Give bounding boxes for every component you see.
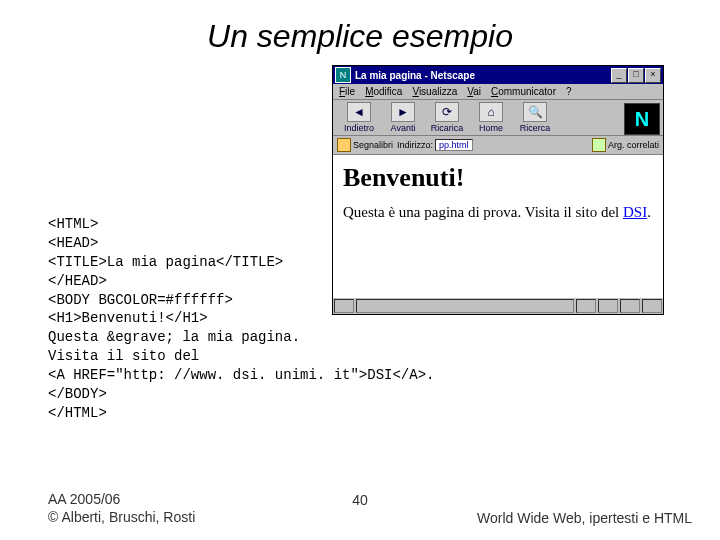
- bookmarks-button[interactable]: Segnalibri: [337, 138, 393, 152]
- search-icon: 🔍: [523, 102, 547, 122]
- menu-file[interactable]: File: [339, 86, 355, 97]
- page-heading: Benvenuti!: [343, 163, 653, 193]
- slide-title: Un semplice esempio: [0, 18, 720, 55]
- reload-button[interactable]: ⟳ Ricarica: [425, 102, 469, 133]
- back-arrow-icon: ◄: [347, 102, 371, 122]
- menu-edit[interactable]: Modifica: [365, 86, 402, 97]
- page-link-dsi[interactable]: DSI: [623, 204, 647, 220]
- menu-go[interactable]: Vai: [467, 86, 481, 97]
- status-cell: [642, 299, 662, 313]
- related-button[interactable]: Arg. correlati: [592, 138, 659, 152]
- page-number: 40: [0, 492, 720, 508]
- window-title: La mia pagina - Netscape: [355, 70, 611, 81]
- location-bar: Segnalibri Indirizzo: pp.html Arg. corre…: [333, 136, 663, 155]
- forward-arrow-icon: ►: [391, 102, 415, 122]
- html-source-code: <HTML> <HEAD> <TITLE>La mia pagina</TITL…: [48, 215, 434, 423]
- footer-topic: World Wide Web, ipertesti e HTML: [477, 510, 692, 526]
- status-cell: [620, 299, 640, 313]
- menu-communicator[interactable]: Communicator: [491, 86, 556, 97]
- forward-button[interactable]: ► Avanti: [381, 102, 425, 133]
- related-icon: [592, 138, 606, 152]
- content-area: N La mia pagina - Netscape _ □ × File Mo…: [0, 65, 720, 425]
- toolbar: ◄ Indietro ► Avanti ⟳ Ricarica ⌂ Home 🔍 …: [333, 100, 663, 136]
- footer-authors: © Alberti, Bruschi, Rosti: [48, 508, 195, 526]
- back-button[interactable]: ◄ Indietro: [337, 102, 381, 133]
- bookmark-icon: [337, 138, 351, 152]
- maximize-button[interactable]: □: [628, 68, 644, 83]
- status-cell: [576, 299, 596, 313]
- status-cell: [598, 299, 618, 313]
- home-icon: ⌂: [479, 102, 503, 122]
- reload-icon: ⟳: [435, 102, 459, 122]
- menu-view[interactable]: Visualizza: [412, 86, 457, 97]
- window-titlebar: N La mia pagina - Netscape _ □ ×: [333, 66, 663, 84]
- minimize-button[interactable]: _: [611, 68, 627, 83]
- address-label: Indirizzo:: [397, 140, 433, 150]
- close-button[interactable]: ×: [645, 68, 661, 83]
- address-field[interactable]: pp.html: [435, 139, 473, 151]
- home-button[interactable]: ⌂ Home: [469, 102, 513, 133]
- app-icon: N: [335, 67, 351, 83]
- netscape-logo: N: [624, 103, 660, 135]
- menu-bar: File Modifica Visualizza Vai Communicato…: [333, 84, 663, 100]
- menu-help[interactable]: ?: [566, 86, 572, 97]
- search-button[interactable]: 🔍 Ricerca: [513, 102, 557, 133]
